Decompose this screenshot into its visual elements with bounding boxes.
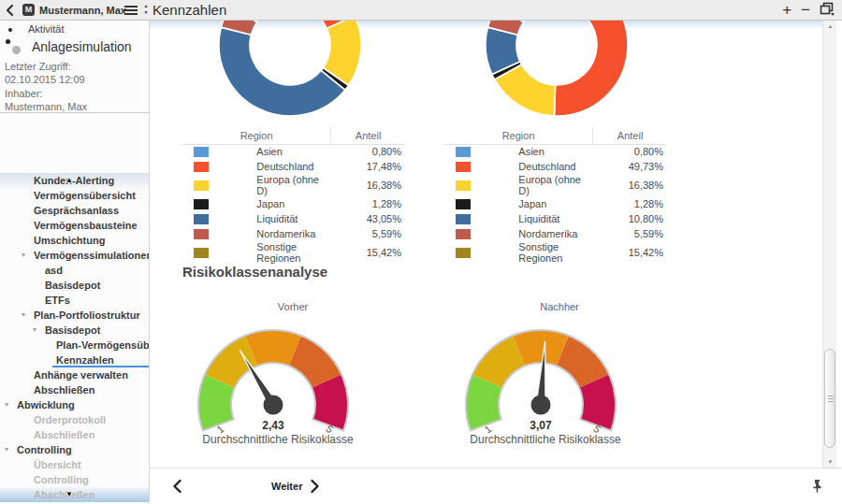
region-cell: Nordamerika [256, 226, 330, 241]
zoom-out-button[interactable]: − [801, 2, 810, 19]
scroll-indicator-icon: ▼ [65, 487, 73, 502]
previous-step-button[interactable] [172, 479, 182, 497]
scroll-indicator-icon: ▲ [65, 173, 73, 188]
donut-slice-deutschland[interactable] [554, 21, 628, 116]
hamburger-menu-icon[interactable] [124, 4, 138, 15]
bottom-bar: Weiter [150, 468, 842, 504]
tree-expand-icon[interactable]: ▾ [22, 308, 25, 323]
zoom-in-button[interactable]: + [782, 2, 791, 19]
column-header-region[interactable]: Region [182, 127, 331, 144]
table-row[interactable]: Sonstige Regionen15,42% [182, 241, 405, 264]
share-cell: 1,28% [593, 196, 667, 211]
vertical-scrollbar[interactable]: ▲ ▼ [822, 21, 836, 468]
last-access-block: Letzter Zugriff: 02.10.2015 12:09 [5, 60, 85, 86]
pin-icon[interactable] [811, 479, 823, 497]
sidebar-item-umschichtung[interactable]: Umschichtung [0, 233, 149, 248]
sidebar-item-vermögensübersicht[interactable]: Vermögensübersicht [0, 188, 149, 203]
sort-toggle-icon[interactable]: ▲▼ [142, 3, 150, 16]
sidebar-item-label: Plan-Portfoliostruktur [34, 310, 140, 321]
sidebar-item-label: Abschließen [34, 429, 94, 440]
sidebar-nav: Kunden-Alerting▲VermögensübersichtGesprä… [0, 173, 149, 502]
activity-name[interactable]: Anlagesimulation [32, 39, 132, 54]
sidebar-item-gesprächsanlass[interactable]: Gesprächsanlass [0, 203, 149, 218]
column-header-region[interactable]: Region [444, 127, 593, 144]
sidebar-item-label: Vermögensübersicht [34, 190, 136, 201]
donut-chart-nachher [482, 21, 632, 120]
owner-label: Inhaber: [5, 87, 87, 100]
back-icon[interactable] [6, 4, 14, 21]
sidebar-item-vermögenssimulationen[interactable]: ▾Vermögenssimulationen [0, 248, 149, 263]
legend-swatch-icon [182, 196, 256, 211]
sidebar-item-vermögensbausteine[interactable]: Vermögensbausteine [0, 218, 149, 233]
region-cell: Sonstige Regionen [256, 241, 330, 264]
share-cell: 0,80% [593, 144, 667, 159]
sidebar-item-abschließen[interactable]: Abschließen [0, 382, 149, 397]
region-table-nachher: Region Anteil Asien0,80%Deutschland49,73… [444, 127, 667, 264]
table-row[interactable]: Asien0,80% [182, 144, 405, 159]
sidebar-item-plan-vermögensübe-[interactable]: Plan-Vermögensübe... [0, 338, 149, 353]
sidebar-item-abwicklung[interactable]: ▾Abwicklung [0, 397, 149, 412]
sidebar-item-label: Controlling [34, 474, 89, 485]
table-row[interactable]: Liquidität43,05% [182, 211, 405, 226]
table-row[interactable]: Europa (ohne D)16,38% [444, 174, 667, 196]
sidebar-item-plan-portfoliostruktur[interactable]: ▾Plan-Portfoliostruktur [0, 308, 149, 323]
tree-expand-icon[interactable]: ▾ [22, 248, 25, 263]
sidebar-item-kunden-alerting[interactable]: Kunden-Alerting▲ [0, 173, 149, 188]
table-row[interactable]: Deutschland49,73% [444, 159, 667, 174]
sidebar-item-label: Kennzahlen [56, 354, 114, 366]
sidebar-item-label: Basisdepot [45, 280, 100, 291]
table-row[interactable]: Nordamerika5,59% [444, 226, 667, 241]
table-row[interactable]: Asien0,80% [444, 144, 667, 159]
tree-expand-icon[interactable]: ▾ [5, 442, 8, 457]
scrollbar-thumb[interactable] [824, 349, 835, 448]
legend-swatch-icon [444, 196, 518, 211]
top-bar: M Mustermann, Max ▲▼ Kennzahlen + − [0, 0, 842, 21]
sidebar-item-label: Gesprächsanlass [34, 205, 119, 216]
customer-avatar-icon: M [22, 4, 35, 16]
legend-swatch-icon [444, 174, 518, 196]
sidebar-item-basisdepot[interactable]: ▾Basisdepot [0, 323, 149, 338]
scrollbar-down-icon[interactable]: ▼ [823, 457, 837, 467]
share-cell: 49,73% [593, 159, 667, 174]
customer-name[interactable]: Mustermann, Max [39, 5, 126, 16]
table-row[interactable]: Deutschland17,48% [182, 159, 405, 174]
table-row[interactable]: Sonstige Regionen15,42% [444, 241, 667, 264]
owner-block: Inhaber: Mustermann, Max [5, 87, 87, 113]
next-step-button[interactable]: Weiter [271, 477, 320, 496]
activity-label: Aktivität [28, 23, 65, 35]
table-row[interactable]: Nordamerika5,59% [182, 226, 405, 241]
table-row[interactable]: Japan1,28% [182, 196, 405, 211]
gauge-title-vorher: Vorher [185, 301, 400, 312]
column-header-anteil[interactable]: Anteil [331, 127, 405, 144]
sidebar-item-label: Kunden-Alerting [34, 175, 114, 186]
window-layout-icon[interactable] [820, 2, 835, 20]
sidebar-item-label: Vermögenssimulationen [34, 250, 149, 261]
column-header-anteil[interactable]: Anteil [593, 127, 667, 144]
region-cell: Liquidität [518, 211, 592, 226]
scrollbar-grip-icon [828, 396, 834, 402]
sidebar-item-kennzahlen[interactable]: Kennzahlen [0, 353, 149, 367]
region-cell: Nordamerika [518, 226, 592, 241]
tree-expand-icon[interactable]: ▾ [33, 323, 36, 338]
legend-swatch-icon [182, 226, 256, 241]
sidebar-item-label: asd [45, 265, 63, 276]
sidebar-item-controlling[interactable]: ▾Controlling [0, 442, 149, 457]
region-cell: Liquidität [256, 211, 330, 226]
sidebar-item-etfs[interactable]: ETFs [0, 293, 149, 308]
tree-expand-icon[interactable]: ▾ [5, 397, 8, 412]
sidebar-item-anhänge-verwalten[interactable]: Anhänge verwalten [0, 367, 149, 382]
gauge-hub-icon [264, 396, 283, 415]
region-cell: Sonstige Regionen [518, 241, 592, 264]
sidebar-item-basisdepot[interactable]: Basisdepot [0, 278, 149, 293]
last-access-value: 02.10.2015 12:09 [5, 73, 85, 86]
region-cell: Deutschland [518, 159, 592, 174]
sidebar-item-asd[interactable]: asd [0, 263, 149, 278]
table-row[interactable]: Liquidität10,80% [444, 211, 667, 226]
sidebar-item-orderprotokoll: Orderprotokoll [0, 412, 149, 427]
table-row[interactable]: Japan1,28% [444, 196, 667, 211]
table-row[interactable]: Europa (ohne D)16,38% [182, 174, 405, 196]
scrollbar-up-icon[interactable]: ▲ [823, 22, 837, 31]
sidebar-item-label: Anhänge verwalten [34, 369, 128, 381]
sidebar-item-label: Controlling [17, 444, 72, 455]
share-cell: 43,05% [331, 211, 405, 226]
